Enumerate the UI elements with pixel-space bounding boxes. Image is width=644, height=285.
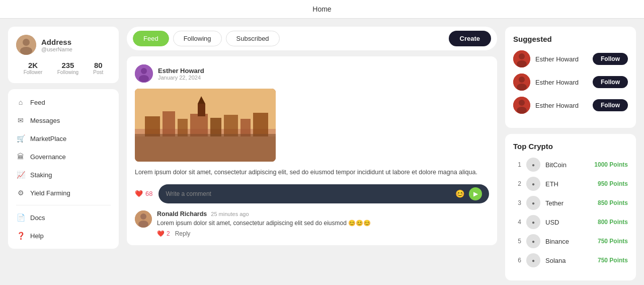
help-icon: ❓ [16, 231, 25, 240]
post-author-name: Esther Howard [158, 67, 204, 75]
suggested-card: Suggested Esther Howard Follow [505, 27, 636, 128]
follow-button-1[interactable]: Follow [593, 76, 628, 88]
crypto-icon-3: ● [526, 215, 540, 229]
comment-field[interactable] [166, 190, 451, 197]
svg-rect-9 [145, 116, 160, 136]
svg-rect-16 [253, 113, 268, 136]
svg-rect-19 [135, 134, 276, 162]
comment-avatar [135, 210, 152, 228]
sidebar-item-governance[interactable]: 🏛 Governance [8, 148, 119, 166]
stat-post: 80 Post [93, 61, 103, 75]
comment-text: Lorem ipsum dolor sit amet, consectetur … [157, 219, 489, 228]
crypto-name-4: Binance [545, 238, 593, 245]
crypto-rank-3: 4 [513, 219, 521, 226]
crypto-points-0: 1000 Points [594, 161, 628, 168]
svg-point-28 [517, 84, 527, 91]
create-button[interactable]: Create [449, 31, 491, 46]
emoji-button[interactable]: 😊 [455, 189, 465, 198]
comment-like-count: 2 [167, 230, 170, 237]
post-card: Esther Howard January 22, 2024 [127, 56, 497, 245]
svg-rect-13 [210, 118, 221, 136]
suggested-avatar-2 [513, 97, 530, 114]
avatar [16, 35, 36, 55]
send-button[interactable]: ▶ [469, 187, 482, 200]
sidebar-item-docs[interactable]: 📄 Docs [8, 208, 119, 227]
nav-divider [16, 205, 111, 205]
comment-section: Ronald Richards 25 minutes ago Lorem ips… [135, 210, 489, 237]
svg-rect-10 [163, 111, 175, 136]
suggested-item-1: Esther Howard Follow [513, 74, 628, 91]
top-nav: Home [0, 0, 644, 19]
cart-icon: 🛒 [16, 134, 25, 143]
crypto-icon-4: ● [526, 234, 540, 248]
profile-stats: 2K Follower 235 Following 80 Post [16, 61, 111, 75]
stat-follower: 2K Follower [24, 61, 43, 75]
post-actions: ❤️ 68 😊 ▶ [135, 184, 489, 203]
svg-point-5 [139, 75, 149, 82]
yield-icon: ⚙ [16, 188, 25, 197]
comment-header: Ronald Richards 25 minutes ago [157, 210, 489, 218]
suggested-avatar-1 [513, 74, 530, 91]
svg-rect-12 [190, 114, 208, 136]
crypto-icon-1: ● [526, 177, 540, 191]
suggested-title: Suggested [513, 35, 628, 43]
bank-icon: 🏛 [16, 152, 25, 161]
like-count: 68 [145, 190, 152, 197]
tab-following[interactable]: Following [173, 31, 222, 46]
follow-button-0[interactable]: Follow [593, 53, 628, 65]
sidebar-item-marketplace[interactable]: 🛒 MarketPlace [8, 129, 119, 148]
follow-button-2[interactable]: Follow [593, 99, 628, 111]
suggested-name-1: Esther Howard [535, 79, 588, 86]
svg-rect-11 [178, 119, 188, 136]
svg-point-31 [517, 107, 527, 114]
crypto-points-2: 850 Points [598, 199, 628, 206]
svg-rect-17 [198, 104, 205, 116]
top-crypto-card: Top Crypto 1 ● BitCoin 1000 Points 2 ● E… [505, 134, 636, 280]
suggested-name-0: Esther Howard [535, 55, 588, 63]
crypto-points-5: 750 Points [598, 257, 628, 264]
crypto-points-4: 750 Points [598, 238, 628, 245]
crypto-rank-2: 3 [513, 199, 521, 206]
crypto-icon-0: ● [526, 158, 540, 172]
tab-feed[interactable]: Feed [133, 31, 169, 46]
svg-point-30 [519, 100, 525, 106]
chart-icon: 📈 [16, 170, 25, 179]
crypto-item-0: 1 ● BitCoin 1000 Points [513, 158, 628, 172]
suggested-item-2: Esther Howard Follow [513, 97, 628, 114]
post-date: January 22, 2024 [158, 75, 204, 81]
svg-point-25 [517, 60, 527, 67]
post-image [135, 89, 276, 162]
tabs-bar: Feed Following Subscribed Create [127, 27, 497, 50]
crypto-rank-1: 2 [513, 180, 521, 187]
comment-like-button[interactable]: ❤️ 2 [157, 230, 170, 237]
crypto-item-3: 4 ● USD 800 Points [513, 215, 628, 229]
crypto-item-1: 2 ● ETH 950 Points [513, 177, 628, 191]
heart-icon: ❤️ [135, 190, 143, 197]
nav-menu: ⌂ Feed ✉ Messages 🛒 MarketPlace 🏛 Govern… [8, 89, 119, 249]
like-button[interactable]: ❤️ 68 [135, 190, 152, 197]
crypto-name-3: USD [545, 219, 593, 226]
mail-icon: ✉ [16, 116, 25, 125]
post-author-avatar [135, 64, 153, 83]
sidebar-item-help[interactable]: ❓ Help [8, 227, 119, 245]
comment-input-container: 😊 ▶ [158, 184, 489, 203]
comment-body: Ronald Richards 25 minutes ago Lorem ips… [157, 210, 489, 237]
svg-point-24 [519, 53, 525, 59]
svg-rect-15 [240, 119, 251, 136]
svg-point-2 [20, 47, 32, 55]
crypto-item-4: 5 ● Binance 750 Points [513, 234, 628, 248]
tab-subscribed[interactable]: Subscribed [226, 31, 280, 46]
sidebar-item-feed[interactable]: ⌂ Feed [8, 93, 119, 111]
suggested-name-2: Esther Howard [535, 102, 588, 109]
crypto-name-2: Tether [545, 199, 593, 207]
post-body: Lorem ipsum dolor sit amet, consectetur … [135, 168, 489, 177]
reply-button[interactable]: Reply [175, 230, 191, 237]
comment-actions: ❤️ 2 Reply [157, 230, 489, 237]
sidebar-item-yield-farming[interactable]: ⚙ Yield Farming [8, 184, 119, 202]
comment-time: 25 minutes ago [211, 211, 249, 217]
sidebar: Address @userName 2K Follower 235 Follow… [8, 27, 119, 280]
sidebar-item-staking[interactable]: 📈 Staking [8, 166, 119, 184]
sidebar-item-messages[interactable]: ✉ Messages [8, 111, 119, 129]
comment-author-name: Ronald Richards [157, 210, 207, 218]
comment-item: Ronald Richards 25 minutes ago Lorem ips… [135, 210, 489, 237]
